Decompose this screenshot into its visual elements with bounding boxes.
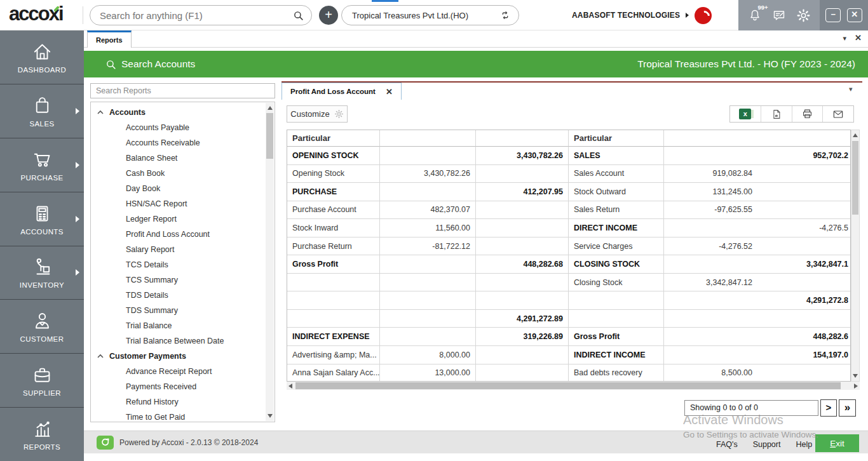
- faqs-link[interactable]: FAQ's: [716, 440, 738, 449]
- sidebar-item-customer[interactable]: CUSTOMER: [0, 300, 84, 354]
- scroll-right-icon[interactable]: [854, 384, 858, 389]
- report-item[interactable]: Refund History: [91, 394, 266, 410]
- pagination-last-button[interactable]: »: [839, 399, 856, 417]
- reports-tree-scrollbar[interactable]: [266, 103, 274, 421]
- table-cell-amount: [380, 328, 476, 346]
- report-item[interactable]: Time to Get Paid: [91, 410, 266, 422]
- table-cell-total: 3,430,782.26: [476, 147, 569, 165]
- search-accounts[interactable]: Search Accounts: [105, 58, 195, 70]
- report-item[interactable]: Accounts Receivable: [91, 135, 266, 150]
- column-header-blank: [380, 130, 476, 147]
- minimize-icon[interactable]: −: [825, 8, 841, 22]
- tab-list-caret-icon[interactable]: ▾: [843, 34, 846, 43]
- table-cell-particular: [569, 310, 664, 328]
- messages-icon[interactable]: [771, 7, 787, 23]
- scroll-down-icon[interactable]: [853, 374, 858, 378]
- sidebar-item-sales[interactable]: SALES: [0, 84, 84, 138]
- scrollbar-thumb[interactable]: [295, 382, 841, 389]
- sidebar-item-dashboard[interactable]: DASHBOARD: [0, 30, 84, 84]
- table-cell-particular: SALES: [569, 147, 664, 165]
- report-item[interactable]: TDS Summary: [91, 303, 266, 318]
- scroll-left-icon[interactable]: [288, 384, 292, 389]
- tab-close-icon[interactable]: ✕: [855, 33, 862, 43]
- search-icon[interactable]: [293, 10, 304, 21]
- pdf-export-icon[interactable]: [761, 106, 792, 122]
- sidebar-item-inventory[interactable]: INVENTORY: [0, 246, 84, 300]
- report-item[interactable]: Cash Book: [91, 166, 266, 181]
- scroll-down-icon[interactable]: [268, 414, 273, 418]
- notification-bell-icon[interactable]: 99+: [747, 7, 763, 23]
- topbar-icon-tray: 99+: [738, 0, 820, 30]
- report-item[interactable]: Day Book: [91, 181, 266, 196]
- notification-badge: 99+: [757, 4, 768, 11]
- scroll-up-icon[interactable]: [268, 106, 273, 110]
- close-icon[interactable]: ✕: [386, 87, 393, 97]
- settings-gear-icon[interactable]: [796, 7, 812, 23]
- table-cell-particular: Service Charges: [569, 237, 664, 256]
- table-cell-particular: [287, 310, 380, 328]
- table-cell-particular: PURCHASE: [287, 183, 380, 201]
- scrollbar-thumb[interactable]: [266, 113, 273, 159]
- sidebar-item-accounts[interactable]: ACCOUNTS: [0, 192, 84, 246]
- global-search[interactable]: [90, 5, 312, 25]
- export-toolbar: x: [729, 105, 854, 123]
- report-item[interactable]: Trial Balance Between Date: [91, 333, 266, 349]
- company-fy-label: Tropical Treasures Pvt Ltd. - HO (FY 202…: [637, 58, 855, 70]
- sidebar-item-supplier[interactable]: SUPPLIER: [0, 354, 84, 408]
- search-reports-input[interactable]: [90, 83, 275, 98]
- report-item[interactable]: Ledger Report: [91, 211, 266, 227]
- chevron-right-icon: [686, 13, 689, 18]
- customize-button[interactable]: Customize: [287, 105, 348, 123]
- user-menu[interactable]: AABASOFT TECHNOLOGIES: [572, 0, 712, 30]
- report-item[interactable]: Trial Balance: [91, 318, 266, 333]
- report-item[interactable]: TCS Summary: [91, 272, 266, 288]
- close-icon[interactable]: ✕: [847, 8, 862, 22]
- table-vertical-scrollbar[interactable]: [851, 130, 860, 382]
- sidebar-item-purchase[interactable]: PURCHASE: [0, 138, 84, 192]
- help-link[interactable]: Help: [796, 440, 812, 449]
- report-item[interactable]: Salary Report: [91, 242, 266, 257]
- avatar[interactable]: [695, 7, 712, 24]
- exit-button[interactable]: Exit: [815, 434, 859, 452]
- accoxi-footer-logo-icon: [97, 436, 114, 450]
- logo-i: i: [58, 3, 63, 25]
- report-item[interactable]: Profit And Loss Account: [91, 227, 266, 242]
- table-cell-particular: Anna Sajan Salary Acc...: [287, 364, 380, 382]
- tree-group-customer-payments-items: Advance Receipt ReportPayments ReceivedR…: [91, 364, 266, 422]
- report-item[interactable]: TCS Details: [91, 257, 266, 272]
- tree-group-accounts[interactable]: Accounts: [91, 105, 266, 120]
- table-cell-particular: Gross Profit: [569, 328, 664, 346]
- pl-table-right: Particular SALES 952,702.2 Sales Account…: [569, 130, 851, 381]
- report-item[interactable]: Balance Sheet: [91, 150, 266, 166]
- print-icon[interactable]: [792, 106, 823, 122]
- report-item[interactable]: TDS Details: [91, 288, 266, 303]
- report-item[interactable]: HSN/SAC Report: [91, 196, 266, 211]
- table-cell-particular: [287, 291, 380, 310]
- table-horizontal-scrollbar[interactable]: [287, 382, 860, 390]
- report-item[interactable]: Accounts Payable: [91, 120, 266, 135]
- table-cell-amount: 482,370.07: [380, 201, 476, 220]
- pagination-next-button[interactable]: >: [820, 399, 837, 417]
- tree-group-customer-payments[interactable]: Customer Payments: [91, 349, 266, 364]
- add-new-button[interactable]: +: [319, 6, 338, 25]
- excel-export-icon[interactable]: x: [730, 106, 761, 122]
- global-search-input[interactable]: [100, 10, 293, 21]
- scrollbar-thumb[interactable]: [852, 141, 858, 215]
- table-cell-particular: [287, 274, 380, 292]
- table-cell-total: 412,207.95: [476, 183, 569, 201]
- email-icon[interactable]: [822, 106, 853, 122]
- sidebar-item-reports[interactable]: REPORTS: [0, 408, 84, 461]
- scroll-up-icon[interactable]: [853, 133, 858, 137]
- briefcase-icon: [31, 364, 53, 386]
- report-tabs-caret-icon[interactable]: ▾: [849, 85, 853, 93]
- company-selector[interactable]: Tropical Treasures Pvt Ltd.(HO): [341, 5, 519, 25]
- switch-company-icon[interactable]: [499, 10, 511, 21]
- tree-group-accounts-items: Accounts PayableAccounts ReceivableBalan…: [91, 120, 266, 349]
- tab-profit-and-loss[interactable]: Profit And Loss Account ✕: [281, 83, 402, 100]
- tab-reports[interactable]: Reports: [87, 30, 132, 48]
- report-item[interactable]: Payments Received: [91, 379, 266, 394]
- submenu-arrow-icon: [76, 269, 79, 276]
- report-item[interactable]: Advance Receipt Report: [91, 364, 266, 379]
- support-link[interactable]: Support: [753, 440, 781, 449]
- table-cell-amount: [664, 255, 757, 274]
